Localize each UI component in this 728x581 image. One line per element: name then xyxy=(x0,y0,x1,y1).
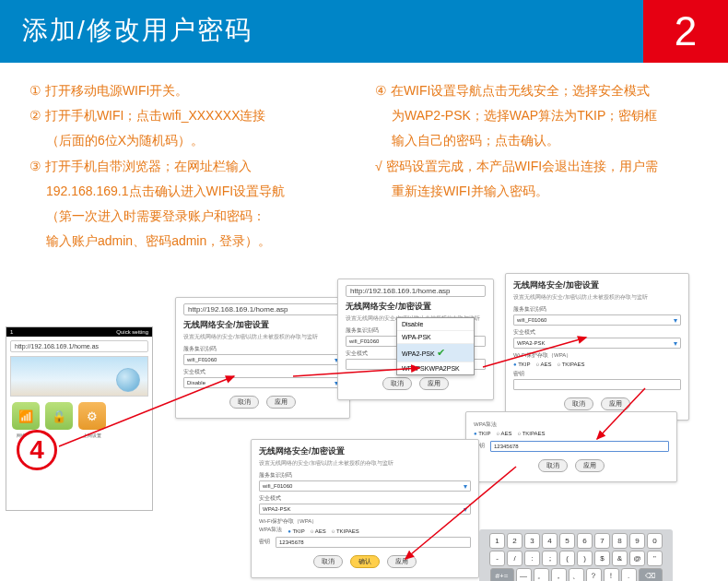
ssid-select[interactable]: wifi_F01060▾ xyxy=(183,354,342,365)
key-shift[interactable]: #+= xyxy=(490,568,514,581)
key[interactable]: 9 xyxy=(629,533,645,549)
key[interactable]: 6 xyxy=(577,533,593,549)
page-header: 添加/修改用户密码 2 xyxy=(0,0,728,63)
key-input[interactable]: 12345678 xyxy=(490,441,669,452)
key[interactable]: & xyxy=(612,551,628,566)
mode-select[interactable]: WPA2-PSK▾ xyxy=(513,338,681,349)
key[interactable]: ？ xyxy=(586,568,602,581)
panel-wpa2-selected: 无线网络安全/加密设置 设置无线网络的安全/加密以防止未被授权的存取与监听 服务… xyxy=(505,273,689,421)
key[interactable]: 7 xyxy=(594,533,610,549)
check-icon: ✔ xyxy=(437,347,445,358)
cancel-button[interactable]: 取消 xyxy=(313,555,343,568)
icon-internet-settings[interactable]: ⚙上网设置 xyxy=(78,402,106,430)
apply-button[interactable]: 应用 xyxy=(601,397,630,410)
security-mode-dropdown[interactable]: Disable WPA-PSK WPA2-PSK✔ WPAPSKWPA2PSK xyxy=(396,317,475,375)
phone-banner xyxy=(10,356,148,397)
key[interactable]: @ xyxy=(629,551,645,566)
panel-confirm: 无线网络安全/加密设置 设置无线网络的安全/加密以防止未被授权的存取与监听 服务… xyxy=(251,439,479,578)
instruction-columns: ① 打开移动电源WIFI开关。 ② 打开手机WIFI；点击wifi_XXXXXX… xyxy=(0,63,728,264)
key[interactable]: ； xyxy=(542,551,558,566)
key-input[interactable] xyxy=(513,379,681,390)
ok-button[interactable]: 确认 xyxy=(350,555,380,568)
page-title: 添加/修改用户密码 xyxy=(0,0,643,63)
key[interactable]: 4 xyxy=(542,533,558,549)
key-backspace[interactable]: ⌫ xyxy=(639,568,663,581)
key[interactable]: 1 xyxy=(489,533,505,549)
onscreen-keyboard[interactable]: 1 2 3 4 5 6 7 8 9 0 - / : ； ( ) $ & @ " … xyxy=(479,529,673,581)
wpa-algo-radios[interactable]: TKIP AES TKIPAES xyxy=(474,431,669,436)
key[interactable]: / xyxy=(507,551,523,566)
key-input[interactable]: 12345678 xyxy=(276,537,471,548)
panel-key-input: WPA算法 TKIP AES TKIPAES 密钥 12345678 取消 应用 xyxy=(465,411,677,482)
key[interactable]: . xyxy=(621,568,637,581)
apply-button[interactable]: 应用 xyxy=(575,459,605,472)
wpa-algo-radios[interactable]: TKIP AES TKIPAES xyxy=(288,528,359,534)
step-number-badge: 2 xyxy=(643,0,728,63)
apply-button[interactable]: 应用 xyxy=(419,377,449,390)
dropdown-wpa2psk: WPA2-PSK✔ xyxy=(397,344,474,362)
key[interactable]: 。 xyxy=(534,568,549,581)
instructions-right: ④ 在WIFI设置导航点击无线安全；选择安全模式 为WAP2-PSK；选择WAP… xyxy=(357,79,702,255)
panel-security-disable: http://192.168.169.1/home.asp 无线网络安全/加密设… xyxy=(175,297,350,419)
icon-wireless-security[interactable]: 🔒 xyxy=(45,402,73,430)
screenshot-collage: 1 Quick setting http://192.168.169.1/hom… xyxy=(0,264,728,581)
cancel-button[interactable]: 取消 xyxy=(564,397,593,410)
key[interactable]: 2 xyxy=(507,533,523,549)
step-4-circle: 4 xyxy=(17,430,57,470)
key[interactable]: - xyxy=(489,551,505,566)
key[interactable]: ！ xyxy=(604,568,619,581)
cancel-button[interactable]: 取消 xyxy=(229,396,259,409)
ssid-select[interactable]: wifi_F01060▾ xyxy=(513,314,681,326)
key[interactable]: 8 xyxy=(612,533,628,549)
phone-addressbar[interactable]: http://192.168.169.1/home.as xyxy=(10,340,148,352)
mode-select[interactable]: Disable▾ xyxy=(183,377,342,388)
key[interactable]: " xyxy=(647,551,663,566)
key[interactable]: : xyxy=(524,551,540,566)
key[interactable]: 5 xyxy=(559,533,575,549)
ssid-select[interactable]: wifi_F01060▾ xyxy=(259,480,471,492)
key[interactable]: ) xyxy=(577,551,593,566)
key[interactable]: $ xyxy=(594,551,610,566)
wpa-algo-radios[interactable]: TKIP AES TKIPAES xyxy=(513,362,681,367)
key[interactable]: ( xyxy=(559,551,575,566)
mode-select[interactable]: WPA2-PSK▾ xyxy=(259,504,471,515)
phone-mockup: 1 Quick setting http://192.168.169.1/hom… xyxy=(6,326,153,511)
phone-statusbar: 1 Quick setting xyxy=(6,327,152,337)
apply-button[interactable]: 应用 xyxy=(387,555,417,568)
key[interactable]: 、 xyxy=(569,568,584,581)
addressbar[interactable]: http://192.168.169.1/home.asp xyxy=(346,285,486,297)
instructions-left: ① 打开移动电源WIFI开关。 ② 打开手机WIFI；点击wifi_XXXXXX… xyxy=(29,79,357,255)
apply-button[interactable]: 应用 xyxy=(266,396,296,409)
cancel-button[interactable]: 取消 xyxy=(382,377,412,390)
key[interactable]: — xyxy=(516,568,532,581)
cancel-button[interactable]: 取消 xyxy=(538,459,568,472)
key[interactable]: 0 xyxy=(647,533,663,549)
key[interactable]: ， xyxy=(551,568,567,581)
globe-icon xyxy=(116,368,140,392)
key[interactable]: 3 xyxy=(524,533,540,549)
phone-icon-row: 📶网络状态 🔒 ⚙上网设置 xyxy=(12,402,147,430)
icon-network-status[interactable]: 📶网络状态 xyxy=(12,402,40,430)
addressbar[interactable]: http://192.168.169.1/home.asp xyxy=(183,303,342,315)
